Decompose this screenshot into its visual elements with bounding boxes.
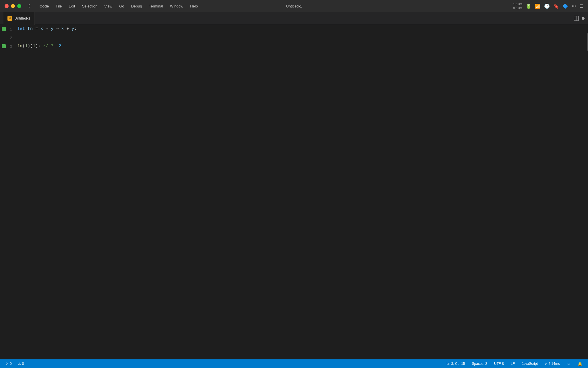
line-ending-text: LF [511, 362, 515, 366]
maximize-button[interactable] [17, 4, 21, 8]
line-number-2: 2 [10, 36, 12, 40]
statusbar-right: Ln 3, Col 15 Spaces: 2 UTF-8 LF JavaScri… [445, 359, 583, 368]
apple-menu[interactable]:  [26, 2, 33, 10]
battery-icon: 🔋 [526, 3, 531, 9]
error-number: 0 [10, 362, 12, 366]
scrollbar-thumb[interactable] [587, 33, 588, 51]
line-number-3: 3 [10, 44, 12, 49]
error-icon: ✕ [6, 362, 9, 366]
statusbar: ✕ 0 ⚠ 0 Ln 3, Col 15 Spaces: 2 UTF-8 LF … [0, 359, 588, 368]
identifier-x2: x [61, 25, 64, 33]
spaces-text: Spaces: 2 [472, 362, 487, 366]
close-button[interactable] [5, 4, 9, 8]
menu-bar:  Code File Edit Selection View Go Debug… [26, 2, 513, 10]
time-icon: 🕐 [544, 3, 550, 9]
titlebar-right-icons: 1 KB/s0 KB/s 🔋 📶 🕐 🔖 🔷 ••• ☰ [513, 2, 583, 10]
code-line-2 [17, 33, 588, 42]
notification-bell[interactable]: 🔔 [577, 359, 583, 368]
js-file-icon: JS [7, 16, 12, 21]
line-ending[interactable]: LF [510, 359, 516, 368]
warning-icon: ⚠ [18, 362, 21, 366]
tab-filename: Untitled-1 [14, 16, 30, 20]
menu-selection[interactable]: Selection [79, 3, 100, 9]
identifier-x1: x [40, 25, 43, 33]
line-number-1: 1 [10, 27, 12, 31]
menu-go[interactable]: Go [116, 3, 127, 9]
tab-bar: JS Untitled-1 [0, 12, 588, 25]
code-line-3: fn ( 1 )( 1 ); // ? 2 [17, 42, 588, 51]
identifier-y: y [51, 25, 53, 33]
titlebar:  Code File Edit Selection View Go Debug… [0, 0, 588, 12]
breakpoint-3[interactable] [2, 44, 6, 48]
menu-view[interactable]: View [101, 3, 115, 9]
language-text: JavaScript [522, 362, 538, 366]
scrollbar[interactable] [586, 25, 588, 359]
statusbar-left: ✕ 0 ⚠ 0 [5, 359, 25, 368]
call-fn: fn [17, 42, 22, 51]
num-1a: 1 [25, 42, 28, 51]
menu-edit[interactable]: Edit [66, 3, 78, 9]
editor-wrapper: let fn = x ⇒ y ⇒ x + y ; fn ( [14, 25, 588, 359]
wifi-icon: 📶 [535, 3, 541, 9]
position-text: Ln 3, Col 15 [446, 362, 465, 366]
gutter-line-1[interactable]: 1 [0, 25, 14, 33]
smiley-icon: ☺ [567, 361, 571, 366]
bookmark-icon: 🔖 [553, 3, 559, 9]
code-line-1: let fn = x ⇒ y ⇒ x + y ; [17, 25, 588, 33]
menu-debug[interactable]: Debug [128, 3, 145, 9]
minimize-button[interactable] [11, 4, 15, 8]
inline-value: 2 [56, 42, 61, 51]
tab-untitled-1[interactable]: JS Untitled-1 [3, 12, 35, 25]
split-editor-icon[interactable] [574, 16, 579, 21]
encoding-text: UTF-8 [494, 362, 504, 366]
menu-code[interactable]: Code [37, 3, 52, 9]
window-title: Untitled-1 [286, 4, 302, 8]
tabbar-right [574, 16, 585, 21]
num-1b: 1 [33, 42, 35, 51]
gutter-line-3[interactable]: 3 [0, 42, 14, 51]
breakpoint-1[interactable] [2, 27, 6, 31]
bell-icon: 🔔 [578, 362, 582, 366]
menu-terminal[interactable]: Terminal [146, 3, 166, 9]
indentation[interactable]: Spaces: 2 [471, 359, 488, 368]
timing[interactable]: ✔ 2.14ms [543, 359, 561, 368]
network-stats: 1 KB/s0 KB/s [513, 2, 522, 10]
gutter-line-2[interactable]: 2 [0, 33, 14, 42]
menu-file[interactable]: File [53, 3, 65, 9]
menu-window[interactable]: Window [167, 3, 186, 9]
smiley-button[interactable]: ☺ [566, 359, 572, 368]
encoding[interactable]: UTF-8 [493, 359, 505, 368]
list-icon: ☰ [579, 3, 583, 9]
editor-container: 1 2 3 let fn = x ⇒ y ⇒ x + [0, 25, 588, 359]
line-number-gutter: 1 2 3 [0, 25, 14, 359]
timing-text: ✔ 2.14ms [545, 362, 560, 366]
comment-question: // ? [43, 42, 56, 51]
more-icon: ••• [572, 4, 576, 8]
menu-help[interactable]: Help [187, 3, 201, 9]
cursor-position[interactable]: Ln 3, Col 15 [445, 359, 466, 368]
editor-content[interactable]: let fn = x ⇒ y ⇒ x + y ; fn ( [14, 25, 588, 51]
warning-number: 0 [22, 362, 24, 366]
identifier-fn: fn [28, 25, 33, 33]
editor-dot [582, 17, 585, 20]
traffic-lights [5, 4, 21, 8]
identifier-y2: y [71, 25, 74, 33]
app-icon: 🔷 [562, 3, 568, 9]
keyword-let: let [17, 25, 25, 33]
warning-count[interactable]: ⚠ 0 [17, 359, 25, 368]
error-count[interactable]: ✕ 0 [5, 359, 13, 368]
language-mode[interactable]: JavaScript [521, 359, 539, 368]
